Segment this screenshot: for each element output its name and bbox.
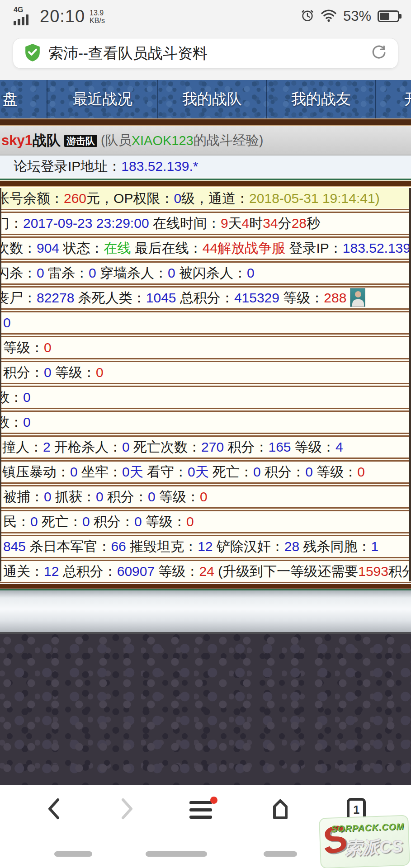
stat-segment: 死亡： — [209, 464, 253, 479]
forum-ip-row: 论坛登录IP地址：183.52.139.* — [0, 155, 411, 177]
stat-segment: 看守： — [143, 464, 188, 479]
stat-segment: 288 — [324, 290, 346, 305]
stat-rows: 帐号余额：260元，OP权限：0级，通道：2018-05-31 19:14:41… — [0, 188, 411, 581]
stat-row: 撞人：2 开枪杀人：0 死亡次数：270 积分：165 等级：4 — [1, 437, 409, 457]
row-divider — [1, 482, 409, 486]
stat-segment: 等级： — [142, 514, 186, 529]
stat-segment: 等级： — [52, 365, 96, 380]
stat-segment: 门： — [1, 216, 23, 231]
divider-brown-top — [0, 118, 411, 127]
player-avatar — [350, 288, 365, 307]
stat-segment: 0 — [357, 464, 365, 479]
stat-segment: 总积分： — [176, 290, 234, 305]
stat-row: 等级：0 — [1, 337, 409, 358]
row-divider — [1, 358, 409, 362]
row-divider — [1, 283, 409, 288]
stat-segment: 状态： — [59, 241, 104, 255]
gesture-dash — [264, 851, 297, 857]
stat-segment: 0 — [30, 514, 38, 529]
damask-background — [0, 634, 411, 785]
stat-segment: 9 — [221, 216, 228, 231]
stat-row: 通关：12 总积分：60907 等级：24 (升级到下一等级还需要1593积分) — [1, 561, 409, 581]
stat-segment: 积分： — [3, 365, 44, 380]
nav-item-recent-battles[interactable]: 最近战况 — [47, 80, 157, 118]
stat-segment: 等级： — [155, 564, 199, 579]
stat-segment: 等级： — [279, 290, 324, 305]
gradient-band — [0, 590, 411, 634]
row-divider — [1, 258, 409, 263]
stat-segment: 等级： — [156, 489, 200, 504]
address-bar[interactable]: 索沛--查看队员战斗资料 — [13, 38, 398, 69]
stat-segment: 0 — [174, 191, 181, 206]
stat-segment: 1 — [371, 539, 379, 554]
stat-segment: 残杀同胞： — [299, 539, 371, 554]
stat-segment: 44解放战争服 — [203, 241, 285, 255]
gesture-dash — [54, 851, 92, 857]
stat-segment: 12 — [198, 539, 213, 554]
tabs-count: 1 — [353, 803, 359, 816]
menu-icon[interactable] — [189, 798, 214, 821]
stat-segment: 2018-05-31 19:14:41) — [249, 191, 380, 206]
stat-row: 镇压暴动：0 坐牢：0天 看守：0天 死亡：0 积分：0 等级：0 — [1, 462, 409, 482]
battery-percent-label: 53% — [343, 8, 371, 24]
stat-segment: 1045 — [146, 290, 176, 305]
stat-segment: 415329 — [234, 290, 279, 305]
stat-segment: 被捕： — [3, 489, 44, 504]
stat-segment: 24 — [199, 564, 214, 579]
refresh-icon[interactable] — [371, 44, 387, 62]
stat-segment: 28 — [284, 539, 299, 554]
forum-ip-label: 论坛登录IP地址： — [14, 157, 121, 176]
team-badge: 游击队 — [64, 135, 97, 147]
clock: 20:10 — [40, 7, 85, 26]
stat-segment: 4 — [242, 216, 250, 231]
stat-segment: 杀日本军官： — [26, 539, 111, 554]
stat-segment: 0 — [37, 265, 44, 280]
network-speed: 13.9 KB/s — [90, 9, 105, 24]
stat-segment: 2 — [43, 439, 51, 454]
row-divider — [1, 233, 409, 238]
stat-segment: 0天 — [188, 464, 209, 479]
stat-segment: 时 — [249, 216, 263, 231]
stat-segment: 82278 — [37, 290, 74, 305]
stat-segment: 34 — [263, 216, 278, 231]
stat-segment: 0 — [168, 265, 175, 280]
stat-segment: 帐号余额： — [1, 191, 64, 206]
browser-toolbar: 索沛--查看队员战斗资料 — [0, 28, 411, 80]
stat-row: 民：0 死亡：0 积分：0 等级：0 — [1, 511, 409, 532]
stat-segment: 数： — [1, 415, 23, 429]
stat-segment: 0 — [253, 464, 261, 479]
row-divider — [1, 333, 409, 337]
stat-row: 闪杀：0 雷杀：0 穿墙杀人：0 被闪杀人：0 — [1, 263, 409, 283]
forward-icon[interactable] — [118, 797, 136, 822]
stat-segment: 积分： — [90, 514, 134, 529]
stat-segment: 904 — [37, 241, 59, 255]
signal-bars-icon — [14, 14, 28, 25]
back-icon[interactable] — [45, 797, 63, 822]
row-divider — [1, 507, 409, 511]
stat-segment: 0 — [96, 489, 104, 504]
speed-unit: KB/s — [90, 17, 105, 24]
stat-segment: 0 — [122, 439, 130, 454]
stat-segment: 最后在线： — [131, 241, 202, 255]
nav-item-my-comrades[interactable]: 我的战友 — [266, 80, 375, 118]
stat-segment: 秒 — [307, 216, 320, 231]
watermark-name: 索派CS — [345, 835, 403, 860]
row-divider — [1, 532, 409, 536]
row-divider — [1, 432, 409, 437]
nav-item-my-team[interactable]: 我的战队 — [157, 80, 266, 118]
stat-segment: 闪杀： — [1, 265, 37, 280]
row-divider — [1, 557, 409, 561]
stat-segment: 等级： — [313, 464, 357, 479]
gesture-handle[interactable] — [146, 851, 207, 857]
stat-segment: 845 — [3, 539, 26, 554]
stat-segment: 次数： — [1, 241, 37, 255]
stat-segment: 积分) — [388, 564, 409, 579]
nav-item-1[interactable]: 盘 — [0, 80, 47, 118]
team-name: sky1 — [1, 132, 33, 149]
stat-segment: 被闪杀人： — [175, 265, 247, 280]
nav-item-5[interactable]: 开 — [375, 80, 411, 118]
stat-segment: 摧毁坦克： — [126, 539, 198, 554]
home-icon[interactable] — [268, 797, 293, 822]
stat-segment: 66 — [111, 539, 126, 554]
stat-segment: 登录IP： — [285, 241, 343, 255]
